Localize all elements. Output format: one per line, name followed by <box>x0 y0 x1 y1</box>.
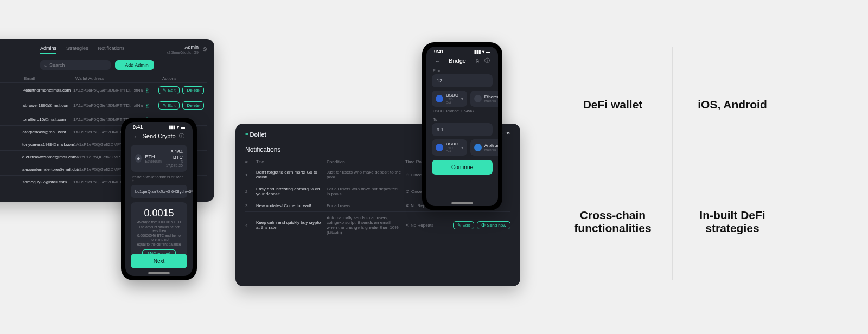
th-title: Title <box>256 159 327 164</box>
tab-strategies[interactable]: Strategies <box>66 46 88 54</box>
cell-actions: ✎ EditDelete <box>158 86 207 94</box>
to-token-select[interactable]: USDCUSD Coin ▾ <box>432 139 467 156</box>
usdc-icon <box>436 144 443 151</box>
cell-actions: ✎ Edit⦿ Send now <box>453 221 510 229</box>
cell-num: 4 <box>245 223 256 228</box>
search-input[interactable]: ⌕Search <box>40 60 111 70</box>
cell-time: ✕ No Repeats <box>405 223 443 228</box>
scan-icon[interactable]: ⌗ <box>191 188 193 195</box>
from-chain-select[interactable]: EthereumMainnet ▾ <box>470 91 498 107</box>
chain-name: Mainnet <box>484 148 498 151</box>
cell-email: tonycarera1989@mail.com <box>22 142 74 147</box>
next-button[interactable]: Next <box>131 254 187 268</box>
info-icon[interactable]: ⓘ <box>484 57 490 64</box>
rule1: The amount should be not less then <box>136 225 182 233</box>
rule2: 0.00000546 BTC and be no more and not <box>136 234 182 241</box>
to-input[interactable]: 9.1 <box>432 123 493 136</box>
cell-cond: Automatically sends to all users, coinge… <box>327 215 405 235</box>
home-indicator <box>148 272 170 274</box>
token-sym: USDC <box>446 93 458 98</box>
brand-name: Dollet <box>250 131 266 138</box>
usdc-icon <box>436 95 443 102</box>
th-num: # <box>245 159 256 164</box>
cell-title: Don't forget to earn more! Go to claim! <box>256 170 327 179</box>
edit-button[interactable]: ✎ Edit <box>453 221 474 229</box>
delete-button[interactable]: Delete <box>182 86 203 94</box>
tab-notifications[interactable]: Notifications <box>98 46 125 54</box>
copy-icon[interactable]: ⎘ <box>146 103 149 108</box>
cell-num: 2 <box>245 189 256 194</box>
phone-send-crypto: 9:41▮▮▮▾▬ ← Send Crypto ⓘ ◆ ETH Ethereum… <box>121 118 197 280</box>
status-icons: ▮▮▮▾▬ <box>474 49 490 54</box>
paste-hint: Paste a wallet address or scan it <box>125 175 193 185</box>
info-icon[interactable]: ⓘ <box>178 133 185 139</box>
feature-strategies: In-built DeFi strategies <box>673 163 792 280</box>
asset-usd: $ 17,035.20 <box>165 160 183 168</box>
table-row: 4Keep calm and quickly buy crypto at thi… <box>245 211 510 238</box>
continue-button[interactable]: Continue <box>432 160 493 175</box>
balance-label: USDC Balance: 1.54567 <box>426 107 498 115</box>
send-button[interactable]: ⦿ Send now <box>477 221 510 229</box>
edit-button[interactable]: ✎ Edit <box>158 86 180 94</box>
copy-icon[interactable]: ⎘ <box>146 88 149 93</box>
home-indicator <box>451 202 473 204</box>
token-name: USD Coin <box>446 146 458 153</box>
cell-num: 1 <box>245 172 256 177</box>
search-icon: ⌕ <box>44 62 47 68</box>
time-icon: ⏱ <box>405 189 410 194</box>
asset-chain: Ethereum <box>145 159 161 163</box>
arbitrum-icon <box>474 144 482 151</box>
cell-email: torelliero10@mail.com <box>23 117 73 122</box>
time-icon: ✕ <box>405 203 409 208</box>
th-wallet: Wallet Address <box>75 76 162 81</box>
chevron-down-icon: ▾ <box>461 145 463 150</box>
back-icon[interactable]: ← <box>133 133 139 139</box>
delete-button[interactable]: Delete <box>182 101 203 110</box>
phone-bridge: 9:41▮▮▮▾▬ ← Bridge ⎘ ⓘ From 12 USDCUSD C… <box>422 42 502 210</box>
feature-cross-chain: Cross-chain functionalities <box>553 163 673 280</box>
cell-num: 3 <box>245 203 256 208</box>
feature-platforms: iOS, Android <box>673 47 792 163</box>
back-icon[interactable]: ← <box>434 57 441 64</box>
brand-logo: ≡Dollet <box>245 131 266 138</box>
cell-email: abrower1892@mail.com <box>23 103 73 108</box>
status-time: 9:41 <box>133 124 143 130</box>
status-icons: ▮▮▮▾▬ <box>169 125 185 130</box>
screen-title: Send Crypto <box>142 133 175 139</box>
current-user: Admin x35hme0dcbk...G9 ⎋ <box>167 44 207 55</box>
amount-value[interactable]: 0.0015 <box>136 208 182 219</box>
asset-balance: 5.164 BTC <box>165 149 183 160</box>
edit-button[interactable]: ✎ Edit <box>158 101 180 110</box>
feature-defi-wallet: DeFi wallet <box>553 47 673 163</box>
add-admin-label: Add Admin <box>125 62 149 68</box>
address-input[interactable]: bc1qarQjzrr7xfkvySl643Iydnw0 ⌗ <box>131 185 187 198</box>
user-name: Admin <box>167 44 199 50</box>
history-icon[interactable]: ⎘ <box>474 57 481 64</box>
eth-icon <box>474 95 482 102</box>
asset-card[interactable]: ◆ ETH Ethereum 5.164 BTC $ 17,035.20 <box>131 145 187 172</box>
token-name: USD Coin <box>446 98 458 104</box>
time-icon: ✕ <box>405 223 409 228</box>
cell-email: sameguy22@mail.com <box>23 179 73 184</box>
from-input[interactable]: 12 <box>432 74 493 87</box>
table-row: abrower1892@mail.com1A1zP1eP5QGefi2DMPTf… <box>0 98 207 113</box>
tab-admins[interactable]: Admins <box>40 46 56 54</box>
to-label: To <box>426 115 498 123</box>
chain-name: Mainnet <box>484 99 498 102</box>
cell-name: ring <box>0 130 23 134</box>
add-admin-button[interactable]: +Add Admin <box>115 60 154 70</box>
logout-icon[interactable]: ⎋ <box>203 45 207 53</box>
cell-title: Easy and intresting earning % on your de… <box>256 187 327 196</box>
avg-fee: Average fee: 0.000015 ETH <box>136 220 182 224</box>
chain-sym: Arbitrum <box>484 144 498 148</box>
cell-email: atorpedokir@mail.com <box>23 130 73 134</box>
cell-wallet: 1A1zP1eP5QGefi2DMPTfTDi...xfNa⎘ <box>73 88 158 93</box>
user-address: x35hme0dcbk...G9 <box>167 50 199 55</box>
eth-icon: ◆ <box>135 154 142 163</box>
cell-cond: For all users <box>327 203 405 208</box>
from-token-select[interactable]: USDCUSD Coin ▾ <box>432 91 467 107</box>
token-sym: USDC <box>446 142 458 146</box>
cell-title: Keep calm and quickly buy crypto at this… <box>256 220 327 230</box>
cell-actions: ✎ EditDelete <box>158 101 207 110</box>
to-chain-select[interactable]: ArbitrumMainnet ▾ <box>470 139 498 156</box>
